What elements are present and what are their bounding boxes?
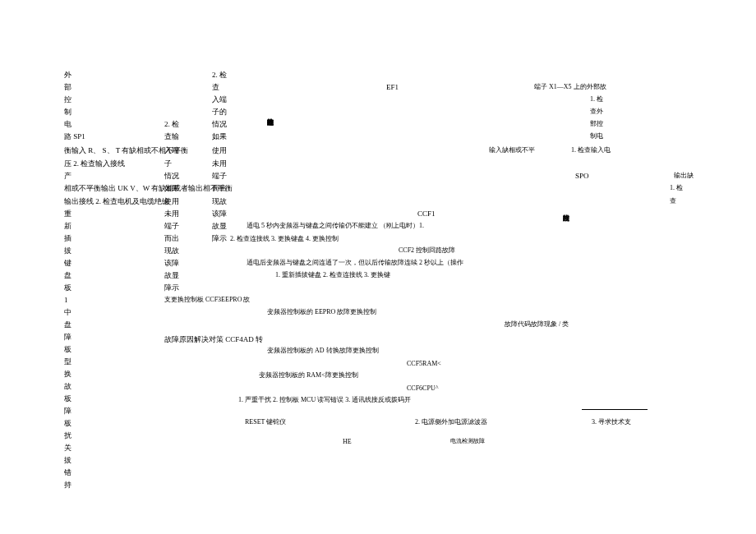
text: 2. 电源侧外加电源滤波器: [415, 418, 487, 426]
text: 持: [64, 481, 71, 490]
text: 查: [212, 83, 219, 93]
text: 支更换控制板 CCF3EEPRO 故: [164, 296, 250, 304]
text: 端子 X1—X5 上的外部故: [534, 83, 606, 91]
text: 该障: [212, 209, 227, 219]
text: 2. 检查连接线 3. 更换键盘 4. 更换控制: [230, 235, 339, 243]
hr: [582, 409, 648, 410]
text: 查: [670, 197, 676, 205]
text: 板: [64, 419, 71, 429]
text: 情况: [164, 172, 179, 182]
text: 变频器控制板的 RAM<障更换控制: [259, 371, 358, 380]
text: 制电: [590, 132, 603, 140]
text: CCF1: [417, 209, 436, 219]
text: 部: [64, 83, 71, 93]
text: EF1: [386, 83, 399, 93]
text: 输入缺相或不平: [489, 146, 535, 154]
text: 使用: [164, 197, 179, 207]
text: 子的: [212, 108, 227, 117]
vertical-text: 控制回路故障: [561, 209, 569, 275]
text: 障: [64, 407, 71, 417]
text: 错: [64, 468, 71, 478]
text: 盘: [64, 271, 71, 281]
text: 1. 重新插拔键盘 2. 检查连接线 3. 更换键: [275, 271, 390, 279]
text: 查输: [164, 132, 179, 142]
text: 部控: [590, 120, 603, 128]
text: 入端: [212, 95, 227, 105]
text: 外: [64, 71, 71, 81]
text: 键: [64, 259, 71, 269]
text: 未用: [212, 159, 227, 169]
text: 电流检测故障: [450, 438, 485, 445]
text: 关: [64, 444, 71, 453]
text: 障: [64, 333, 71, 343]
text: 端子: [212, 172, 227, 182]
text: 障示: [164, 283, 179, 293]
text: 通电 5 秒内变频器与键盘之间传输仍不能建立 （刚上电时）1.: [247, 222, 424, 230]
text: 障示: [212, 234, 227, 244]
text: CCF6CPU^: [407, 384, 438, 393]
text: 现故: [164, 246, 179, 256]
text: 拔: [64, 246, 71, 256]
text: 3. 寻求技术支: [592, 418, 631, 426]
text: 1. 检: [670, 184, 683, 192]
text: 查外: [590, 108, 603, 116]
text: 1. 检查输入电: [571, 146, 611, 154]
text: RESET 键铊仪: [245, 418, 286, 426]
document-page: 外 部 控 制 电 路 SP1 衡输入 R、 S、 T 有缺相或不相不平衡 压 …: [0, 0, 756, 534]
text: 而出: [212, 184, 227, 194]
text: 1. 检: [590, 95, 603, 104]
text: 如果: [164, 184, 179, 194]
text: 重: [64, 209, 71, 219]
text: 未用: [164, 209, 179, 219]
text: 电: [64, 120, 71, 130]
text: 通电后变频器与键盘之间连通了一次，但以后传输故障连续 2 秒以上（操作: [247, 259, 463, 267]
text: 现故: [212, 197, 227, 207]
text: 2. 检: [164, 120, 179, 130]
vertical-text: 外部控制电路产生的故障: [265, 113, 274, 220]
text: SPO: [575, 172, 589, 182]
text: 1: [64, 296, 68, 306]
text: 换: [64, 370, 71, 380]
text: 1. 严重干扰 2. 控制板 MCU 读写错误 3. 通讯线接反或拨码开: [238, 396, 411, 404]
text: 插: [64, 234, 71, 244]
text: 故障代码故障现象 / 类: [505, 320, 569, 329]
text: 2. 检: [212, 71, 227, 81]
text: 相或不平衡输出 UK V、W 有缺相或者输出相不平衡: [64, 184, 233, 194]
text: 扰: [64, 431, 71, 441]
text: 控: [64, 95, 71, 105]
text: 板: [64, 345, 71, 355]
text: 入端: [164, 146, 179, 156]
text: 变频器控制板的 AD 转换故障更换控制: [267, 347, 379, 355]
text: 产: [64, 172, 71, 182]
text: 变频器控制板的 EEPRO 故障更换控制: [267, 308, 376, 316]
text: 压 2. 检查输入接线: [64, 159, 125, 169]
text: 输出接线 2. 检查电机及电缆绝缘: [64, 197, 169, 207]
text: 情况: [212, 120, 227, 130]
text: 故障原因解决对策 CCF4AD 转: [164, 335, 263, 345]
text: 故显: [212, 222, 227, 232]
text: 故: [64, 382, 71, 392]
text: 中: [64, 308, 71, 318]
text: 盘: [64, 320, 71, 330]
text: 拔: [64, 456, 71, 466]
text: 板: [64, 283, 71, 293]
text: CCF5RAM<: [407, 360, 441, 368]
text: 板: [64, 394, 71, 404]
text: CCF2 控制回路故障: [399, 246, 455, 255]
text: 制: [64, 108, 71, 117]
text: 输出缺: [674, 172, 694, 180]
text: 子: [164, 159, 172, 169]
text: 路 SP1: [64, 132, 85, 142]
text: 端子: [164, 222, 179, 232]
text: 故显: [164, 271, 179, 281]
text: 而出: [164, 234, 179, 244]
text: 型: [64, 357, 71, 367]
text: 使用: [212, 146, 227, 156]
text: HE: [343, 438, 352, 446]
text: 该障: [164, 259, 179, 269]
text: 新: [64, 222, 71, 232]
text: 如果: [212, 132, 227, 142]
